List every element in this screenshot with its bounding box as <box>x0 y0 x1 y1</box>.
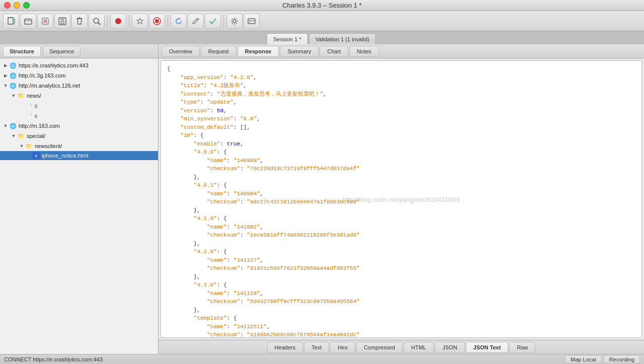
toolbar-separator-2 <box>129 15 129 27</box>
tree-arrow <box>2 123 9 128</box>
svg-point-24 <box>249 22 250 23</box>
tab-raw[interactable]: Raw <box>509 342 535 353</box>
svg-rect-10 <box>60 18 64 20</box>
globe-icon <box>9 61 17 69</box>
tab-summary[interactable]: Summary <box>280 46 318 57</box>
tab-json[interactable]: JSON <box>435 342 464 353</box>
tab-hex[interactable]: Hex <box>330 342 355 353</box>
tab-headers[interactable]: Headers <box>267 342 303 353</box>
tab-sequence[interactable]: Sequence <box>43 46 81 57</box>
tree-item-newsclient[interactable]: newsclient/ <box>0 141 158 151</box>
edit-button[interactable] <box>188 14 204 29</box>
session-tab-1[interactable]: Session 1 * <box>267 33 308 44</box>
stop-button[interactable] <box>149 14 165 29</box>
tree-item-crashlytics[interactable]: https://e.crashlytics.com:443 <box>0 60 158 70</box>
response-tabs: Overview Request Response Summary Chart … <box>158 44 644 58</box>
repeat-button[interactable] <box>171 14 187 29</box>
html-icon: e <box>32 152 40 159</box>
toolbar-separator-1 <box>107 15 108 27</box>
recording-button[interactable]: Recording <box>604 355 640 363</box>
globe-icon <box>9 82 17 90</box>
tree-arrow <box>2 83 9 88</box>
save-button[interactable] <box>54 14 70 29</box>
maximize-button[interactable] <box>23 2 30 9</box>
session-tabs-bar: Session 1 * Validation 1 (1 invalid) <box>0 31 644 44</box>
open-button[interactable] <box>20 14 36 29</box>
tree-area[interactable]: https://e.crashlytics.com:443 http://c.3… <box>0 58 158 354</box>
find-button[interactable] <box>89 14 105 29</box>
folder-icon <box>17 132 25 140</box>
tree-arrow <box>2 73 9 78</box>
tab-request[interactable]: Request <box>201 46 236 57</box>
tree-item-m163[interactable]: http://m.163.com <box>0 121 158 131</box>
check-button[interactable] <box>205 14 221 29</box>
toolbar-separator-4 <box>223 15 224 27</box>
tree-item-c1[interactable]: c <box>0 101 158 111</box>
window-controls <box>4 2 30 9</box>
file-icon <box>25 112 33 120</box>
status-right: Map Local Recording <box>565 355 640 363</box>
tab-overview[interactable]: Overview <box>162 46 200 57</box>
file-icon <box>25 102 33 110</box>
tree-arrow <box>10 133 17 138</box>
title-bar: Charles 3.9.3 – Session 1 * <box>0 0 644 11</box>
toolbar-separator-3 <box>168 15 168 27</box>
svg-rect-0 <box>8 18 13 24</box>
folder-icon <box>17 92 25 100</box>
tab-notes[interactable]: Notes <box>349 46 379 57</box>
tree-arrow <box>18 143 25 149</box>
svg-point-14 <box>94 18 99 23</box>
tab-chart[interactable]: Chart <box>319 46 348 57</box>
tree-item-c3g[interactable]: http://c.3g.163.com <box>0 70 158 81</box>
close-session-button[interactable] <box>37 14 53 29</box>
tree-arrow <box>10 93 17 98</box>
globe-icon <box>9 122 17 130</box>
globe-icon <box>9 71 17 80</box>
content-area: http://blog.csdn.net/jiangwei0910410003 … <box>160 60 642 338</box>
svg-point-21 <box>233 20 236 23</box>
svg-rect-11 <box>61 21 64 24</box>
clear-button[interactable] <box>71 14 88 29</box>
left-panel: Structure Sequence https://e.crashlytics… <box>0 44 158 354</box>
record-button[interactable] <box>110 14 126 29</box>
svg-line-20 <box>197 19 198 20</box>
tree-arrow <box>2 63 9 68</box>
right-panel: Overview Request Response Summary Chart … <box>158 44 644 354</box>
map-local-button[interactable]: Map Local <box>565 355 602 363</box>
svg-rect-22 <box>248 19 255 24</box>
panel-tabs: Structure Sequence <box>0 44 158 58</box>
folder-icon <box>25 142 33 150</box>
svg-line-15 <box>98 23 100 25</box>
tree-item-c2[interactable]: c <box>0 111 158 121</box>
tab-json-text[interactable]: JSON Text <box>466 342 509 353</box>
tools-button[interactable] <box>132 14 148 29</box>
main-content: Structure Sequence https://e.crashlytics… <box>0 44 644 354</box>
status-text: CONNECT https://e.crashlytics.com:443 <box>4 356 103 362</box>
tab-text[interactable]: Text <box>304 342 329 353</box>
tree-item-news[interactable]: news/ <box>0 91 158 101</box>
minimize-button[interactable] <box>14 2 20 9</box>
tree-item-iphone-notice[interactable]: e iphone_notice.html <box>0 151 158 160</box>
bottom-tabs: Headers Text Hex Compressed HTML JSON JS… <box>158 340 644 354</box>
close-button[interactable] <box>4 2 11 9</box>
tree-item-analytics126[interactable]: http://m.analytics.126.net <box>0 81 158 91</box>
tab-compressed[interactable]: Compressed <box>356 342 403 353</box>
tab-html[interactable]: HTML <box>404 342 434 353</box>
settings-button[interactable] <box>226 14 243 29</box>
tree-item-special[interactable]: special/ <box>0 131 158 141</box>
session-tab-validation[interactable]: Validation 1 (1 invalid) <box>309 33 376 44</box>
status-bar: CONNECT https://e.crashlytics.com:443 Ma… <box>0 354 644 364</box>
tab-structure[interactable]: Structure <box>3 46 41 57</box>
svg-rect-18 <box>155 19 159 23</box>
svg-marker-19 <box>179 18 181 20</box>
new-session-button[interactable] <box>3 14 19 29</box>
svg-point-16 <box>115 18 121 24</box>
json-content: { "app_version": "4.2.0", "title": "4.2版… <box>161 61 641 338</box>
proxy-settings-button[interactable] <box>244 14 260 29</box>
window-title: Charles 3.9.3 – Session 1 * <box>282 2 362 9</box>
toolbar <box>0 11 644 31</box>
tab-response[interactable]: Response <box>237 46 279 57</box>
